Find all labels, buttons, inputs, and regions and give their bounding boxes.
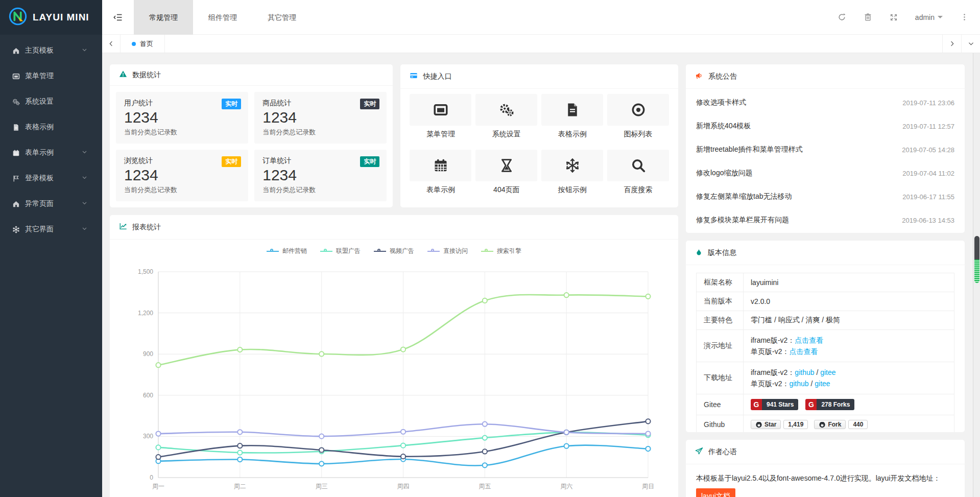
svg-text:600: 600 bbox=[143, 392, 153, 399]
line-chart-icon bbox=[119, 222, 127, 232]
refresh-icon bbox=[838, 13, 846, 21]
announcement-date: 2019-06-17 11:55 bbox=[902, 193, 954, 201]
fullscreen-icon[interactable] bbox=[890, 13, 898, 21]
collapse-sidebar-button[interactable] bbox=[102, 0, 134, 35]
sidebar-item-table[interactable]: 表格示例 bbox=[0, 114, 102, 140]
sidebar-item-error[interactable]: 异常页面 bbox=[0, 191, 102, 217]
sidebar-item-home[interactable]: 主页模板 bbox=[0, 38, 102, 63]
sidebar-item-login[interactable]: 登录模板 bbox=[0, 165, 102, 191]
version-link[interactable]: gitee bbox=[815, 380, 830, 388]
stat-caption: 当前分类总记录数 bbox=[124, 128, 240, 137]
announcement-text: 新增treetable插件和菜单管理样式 bbox=[696, 145, 902, 154]
stats-card: 数据统计 用户统计实时1234当前分类总记录数商品统计实时1234当前分类总记录… bbox=[110, 64, 393, 207]
announcement-date: 2019-07-11 23:06 bbox=[902, 99, 954, 107]
logo: LAYUI MINI bbox=[0, 0, 102, 35]
version-link[interactable]: github bbox=[795, 368, 814, 376]
quick-item-3[interactable]: 图标列表 bbox=[607, 94, 669, 149]
sidebar-item-setting[interactable]: 系统设置 bbox=[0, 89, 102, 114]
calendar-icon bbox=[12, 149, 20, 157]
announcement-item[interactable]: 修复左侧菜单缩放tab无法移动2019-06-17 11:55 bbox=[686, 185, 965, 208]
author-body: 本模板基于layui2.5.4以及font-awesome-4.7.0进行实现。… bbox=[686, 464, 965, 497]
sidebar-item-label: 主页模板 bbox=[25, 46, 81, 55]
legend-item[interactable]: 搜索引擎 bbox=[481, 247, 521, 255]
header: 常规管理组件管理其它管理 admin bbox=[102, 0, 980, 35]
tab-menu-button[interactable] bbox=[961, 35, 980, 53]
scrollbar-thumb[interactable] bbox=[974, 236, 979, 283]
quick-item-5[interactable]: 404页面 bbox=[475, 150, 537, 204]
top-tab-2[interactable]: 其它管理 bbox=[252, 0, 312, 35]
chevron-down-icon bbox=[81, 46, 88, 53]
stat-box-2: 浏览统计实时1234当前分类总记录数 bbox=[116, 150, 248, 201]
refresh-icon[interactable] bbox=[838, 13, 846, 21]
svg-text:周日: 周日 bbox=[642, 483, 654, 490]
stat-box-0: 用户统计实时1234当前分类总记录数 bbox=[116, 92, 248, 144]
quick-item-6[interactable]: 按钮示例 bbox=[541, 150, 603, 204]
chevron-down-icon bbox=[938, 16, 943, 18]
sidebar-item-other[interactable]: 其它界面 bbox=[0, 217, 102, 242]
quick-item-4[interactable]: 表单示例 bbox=[410, 150, 471, 204]
version-link[interactable]: gitee bbox=[820, 368, 835, 376]
quick-item-7[interactable]: 百度搜索 bbox=[607, 150, 669, 204]
gitee-badge[interactable]: G278 Forks bbox=[805, 399, 854, 410]
user-menu[interactable]: admin bbox=[915, 13, 943, 21]
gitee-badge[interactable]: G941 Stars bbox=[751, 399, 798, 410]
announcement-item[interactable]: 修改logo缩放问题2019-07-04 11:02 bbox=[686, 161, 965, 185]
svg-text:900: 900 bbox=[143, 350, 153, 358]
announcement-item[interactable]: 修改选项卡样式2019-07-11 23:06 bbox=[686, 91, 965, 114]
stat-value: 1234 bbox=[124, 167, 240, 184]
version-label: 下载地址 bbox=[697, 362, 744, 394]
legend-item[interactable]: 视频广告 bbox=[374, 247, 414, 255]
layui-logo-icon bbox=[8, 7, 28, 28]
version-link[interactable]: github bbox=[789, 380, 808, 388]
github-star-button[interactable]: Star bbox=[751, 420, 781, 429]
github-fork-button[interactable]: Fork bbox=[814, 420, 846, 429]
version-row: 下载地址iframe版-v2：github / gitee单页版-v2：gith… bbox=[697, 362, 954, 394]
svg-text:周五: 周五 bbox=[479, 483, 491, 490]
quick-item-1[interactable]: 系统设置 bbox=[475, 94, 537, 149]
sidebar-item-label: 异常页面 bbox=[25, 199, 81, 208]
hourglass-icon bbox=[499, 158, 514, 173]
legend-label: 直接访问 bbox=[443, 247, 468, 255]
window-icon bbox=[433, 102, 448, 117]
layui-doc-button[interactable]: layui文档 bbox=[696, 488, 735, 497]
tab-scroll-right-button[interactable] bbox=[942, 35, 961, 53]
stat-badge: 实时 bbox=[222, 156, 241, 167]
version-card: 版本信息 框架名称layuimini当前版本v2.0.0主要特色零门槛 / 响应… bbox=[686, 241, 965, 432]
github-count[interactable]: 1,419 bbox=[783, 420, 808, 429]
announcement-text: 新增系统404模板 bbox=[696, 122, 902, 131]
quick-item-label: 菜单管理 bbox=[410, 130, 471, 139]
svg-text:1,500: 1,500 bbox=[138, 268, 153, 275]
legend-item[interactable]: 直接访问 bbox=[427, 247, 468, 255]
tab-bar: 首页 bbox=[102, 35, 980, 53]
stat-badge: 实时 bbox=[222, 99, 241, 109]
sidebar-item-menu[interactable]: 菜单管理 bbox=[0, 63, 102, 89]
top-tab-0[interactable]: 常规管理 bbox=[134, 0, 193, 35]
legend-item[interactable]: 邮件营销 bbox=[267, 247, 307, 255]
sidebar-item-form[interactable]: 表单示例 bbox=[0, 140, 102, 165]
fullscreen-icon bbox=[890, 13, 898, 21]
version-link[interactable]: 点击查看 bbox=[789, 347, 818, 356]
stat-value: 1234 bbox=[262, 167, 378, 184]
chevron-down-icon bbox=[81, 174, 88, 181]
header-actions: admin bbox=[838, 13, 980, 21]
github-count[interactable]: 440 bbox=[848, 420, 868, 429]
gears-icon bbox=[499, 102, 514, 117]
announcement-item[interactable]: 新增treetable插件和菜单管理样式2019-07-05 14:28 bbox=[686, 138, 965, 161]
svg-text:周三: 周三 bbox=[316, 483, 328, 490]
announcement-item[interactable]: 新增系统404模板2019-07-11 12:57 bbox=[686, 114, 965, 138]
tab-home[interactable]: 首页 bbox=[121, 35, 165, 53]
legend-item[interactable]: 联盟广告 bbox=[320, 247, 361, 255]
version-link[interactable]: 点击查看 bbox=[795, 336, 823, 344]
warning-triangle-icon bbox=[119, 70, 127, 78]
stat-badge: 实时 bbox=[360, 156, 379, 167]
more-vertical-icon[interactable] bbox=[960, 13, 969, 21]
quick-item-2[interactable]: 表格示例 bbox=[541, 94, 603, 149]
announcement-item[interactable]: 修复多模块菜单栏展开有问题2019-06-13 14:53 bbox=[686, 208, 965, 232]
top-tab-1[interactable]: 组件管理 bbox=[193, 0, 252, 35]
stat-caption: 当前分类总记录数 bbox=[262, 185, 378, 195]
page-scrollbar[interactable] bbox=[973, 53, 980, 497]
quick-item-0[interactable]: 菜单管理 bbox=[410, 94, 471, 149]
top-nav-tabs: 常规管理组件管理其它管理 bbox=[134, 0, 312, 35]
trash-icon[interactable] bbox=[864, 13, 872, 21]
tab-scroll-left-button[interactable] bbox=[102, 35, 121, 53]
